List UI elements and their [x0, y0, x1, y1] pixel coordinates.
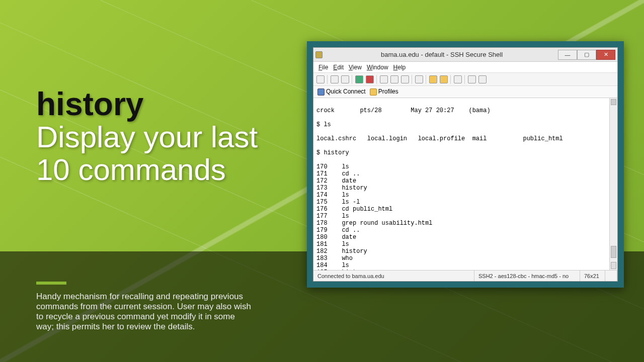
colors-icon[interactable] [454, 75, 462, 83]
command-title: history [36, 88, 288, 120]
window-title: bama.ua.edu - default - SSH Secure Shell [326, 51, 558, 58]
accent-bar [36, 282, 66, 285]
titlebar: bama.ua.edu - default - SSH Secure Shell… [313, 48, 617, 62]
history-line: 173 history [316, 185, 614, 192]
menu-file[interactable]: File [318, 64, 328, 71]
history-line: 184 ls [316, 262, 614, 269]
history-line: 176 cd public_html [316, 206, 614, 213]
quickbar: Quick Connect Profiles [313, 86, 617, 98]
menu-edit[interactable]: Edit [333, 64, 344, 71]
print-icon[interactable] [331, 75, 339, 83]
history-line: 183 who [316, 255, 614, 262]
history-line: 182 history [316, 248, 614, 255]
profiles-icon [370, 88, 377, 96]
toolbar [313, 73, 617, 86]
cut-icon[interactable] [401, 75, 409, 83]
term-line: $ history [316, 149, 614, 156]
menu-view[interactable]: View [349, 64, 362, 71]
ssh-window: bama.ua.edu - default - SSH Secure Shell… [313, 47, 618, 282]
term-line: $ ls [316, 121, 614, 128]
app-icon [315, 51, 323, 58]
scrollbar[interactable] [609, 98, 617, 270]
preview-icon[interactable] [341, 75, 349, 83]
terminal[interactable]: crock pts/28 May 27 20:27 (bama) $ ls lo… [313, 98, 617, 270]
close-button[interactable]: ✕ [596, 50, 615, 60]
minimize-button[interactable]: — [558, 50, 577, 60]
history-line: 180 date [316, 234, 614, 241]
slide-text: history Display your last 10 commands [36, 88, 288, 187]
scroll-thumb[interactable] [611, 246, 616, 258]
history-line: 178 grep round usability.html [316, 220, 614, 227]
status-icon [605, 270, 617, 281]
slide-description: Handy mechanism for recalling and repeat… [36, 272, 253, 332]
quick-connect-icon [317, 88, 325, 96]
scroll-down-icon[interactable] [611, 262, 616, 269]
history-line: 185 history [316, 269, 614, 270]
menu-help[interactable]: Help [393, 64, 406, 71]
statusbar: Connected to bama.ua.edu SSH2 - aes128-c… [313, 270, 617, 281]
history-line: 171 cd .. [316, 170, 614, 177]
term-line: local.cshrc local.login local.profile ma… [316, 135, 614, 142]
erase-icon[interactable] [468, 75, 476, 83]
history-line: 179 cd .. [316, 227, 614, 234]
menubar: File Edit View Window Help [313, 62, 617, 73]
quick-connect-button[interactable]: Quick Connect [317, 88, 366, 96]
history-line: 170 ls [316, 163, 614, 170]
slide-subtitle: Display your last 10 commands [36, 121, 288, 187]
settings-icon[interactable] [429, 75, 437, 83]
folder-icon[interactable] [440, 75, 448, 83]
term-line: crock pts/28 May 27 20:27 (bama) [316, 107, 614, 114]
menu-window[interactable]: Window [367, 64, 388, 71]
maximize-button[interactable]: ▢ [577, 50, 596, 60]
connect-icon[interactable] [355, 75, 363, 83]
status-connection: Connected to bama.ua.edu [313, 270, 474, 281]
ssh-frame: bama.ua.edu - default - SSH Secure Shell… [307, 41, 624, 288]
profiles-button[interactable]: Profiles [370, 88, 398, 96]
status-size: 76x21 [580, 270, 605, 281]
paste-icon[interactable] [390, 75, 398, 83]
save-icon[interactable] [316, 75, 325, 83]
history-line: 172 date [316, 177, 614, 185]
help-icon[interactable] [478, 75, 487, 83]
disconnect-icon[interactable] [366, 75, 374, 83]
scroll-up-icon[interactable] [611, 99, 616, 105]
history-line: 175 ls -l [316, 199, 614, 206]
copy-icon[interactable] [380, 75, 388, 83]
history-line: 177 ls [316, 213, 614, 220]
history-line: 174 ls [316, 192, 614, 199]
history-line: 181 ls [316, 241, 614, 248]
find-icon[interactable] [415, 75, 423, 83]
status-cipher: SSH2 - aes128-cbc - hmac-md5 - no [474, 270, 580, 281]
